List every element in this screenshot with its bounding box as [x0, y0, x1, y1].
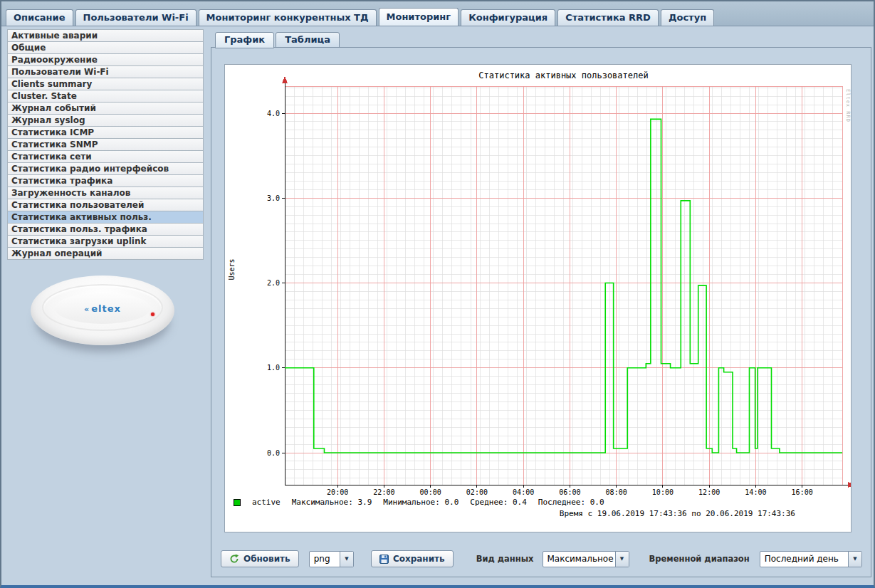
tab-rrd-statistics[interactable]: Статистика RRD [557, 9, 659, 26]
legend-stat-last: Последнее: 0.0 [538, 498, 604, 507]
format-select-value: png [310, 552, 340, 567]
tab-competing-ap-monitoring[interactable]: Мониторинг конкурентных ТД [199, 9, 377, 26]
refresh-button[interactable]: Обновить [221, 550, 299, 567]
sidebar-item-wifi-users[interactable]: Пользователи Wi-Fi [7, 65, 204, 78]
svg-text:10:00: 10:00 [652, 488, 674, 496]
time-range-label: Временной диапазон [649, 554, 750, 564]
sidebar-item-active-users-stats[interactable]: Статистика активных польз. [7, 211, 204, 224]
sidebar-item-cluster-state[interactable]: Cluster. State [7, 90, 204, 103]
legend-series-name: active [252, 498, 281, 507]
save-button-label: Сохранить [393, 554, 445, 564]
sidebar-item-user-stats[interactable]: Статистика пользователей [7, 199, 204, 211]
rrd-chart: 20:0022:0000:0002:0004:0006:0008:0010:00… [225, 65, 851, 496]
chart-toolbar: Обновить png ▼ Сохранить Вид данных Макс… [221, 549, 862, 569]
data-view-select[interactable]: Максимальное ▼ [543, 551, 629, 567]
sidebar-item-channel-load[interactable]: Загруженность каналов [7, 187, 204, 199]
sidebar-item-user-traffic-stats[interactable]: Статистика польз. трафика [7, 223, 204, 236]
sidebar-item-network-stats[interactable]: Статистика сети [7, 150, 204, 163]
sidebar-item-active-alarms[interactable]: Активные аварии [7, 29, 204, 42]
tab-monitoring[interactable]: Мониторинг [379, 8, 459, 26]
device-led [151, 313, 154, 316]
svg-text:00:00: 00:00 [420, 488, 441, 496]
sidebar-item-snmp-stats[interactable]: Статистика SNMP [7, 138, 204, 151]
chart-time-range: Время с 19.06.2019 17:43:36 по 20.06.201… [225, 509, 851, 518]
save-icon [379, 555, 389, 564]
svg-text:14:00: 14:00 [745, 488, 766, 496]
sidebar-item-radio-interface-stats[interactable]: Статистика радио интерфейсов [7, 162, 204, 175]
svg-text:16:00: 16:00 [792, 488, 813, 496]
legend-stat-min: Минимальное: 0.0 [383, 498, 459, 507]
main-tabbar: Описание Пользователи Wi-Fi Мониторинг к… [6, 8, 714, 26]
chevron-down-icon[interactable]: ▼ [615, 552, 629, 567]
svg-text:0.0: 0.0 [267, 449, 280, 457]
sidebar-item-clients-summary[interactable]: Clients summary [7, 78, 204, 90]
content-area: Активные аварии Общие Радиоокружение Пол… [1, 26, 874, 585]
time-range-select-value: Последний день [760, 552, 848, 567]
sidebar-item-icmp-stats[interactable]: Статистика ICMP [7, 126, 204, 139]
device-image: «eltex [7, 266, 204, 372]
app-window: Описание Пользователи Wi-Fi Мониторинг к… [0, 0, 875, 588]
device-disc: «eltex [31, 275, 174, 345]
svg-text:Users: Users [228, 258, 236, 280]
sidebar-item-traffic-stats[interactable]: Статистика трафика [7, 174, 204, 187]
data-view-select-value: Максимальное [543, 552, 615, 567]
svg-text:02:00: 02:00 [466, 488, 488, 496]
format-select[interactable]: png ▼ [309, 551, 354, 567]
sidebar-item-syslog[interactable]: Журнал syslog [7, 114, 204, 127]
tab-table[interactable]: Таблица [276, 32, 340, 48]
tab-description[interactable]: Описание [6, 9, 73, 26]
svg-text:06:00: 06:00 [559, 488, 580, 496]
sidebar-item-event-log[interactable]: Журнал событий [7, 102, 204, 115]
chevron-down-icon[interactable]: ▼ [848, 552, 861, 567]
svg-text:Eltex RRD: Eltex RRD [845, 89, 851, 122]
refresh-button-label: Обновить [243, 554, 290, 564]
svg-text:2.0: 2.0 [267, 279, 280, 287]
monitoring-panel: 20:0022:0000:0002:0004:0006:0008:0010:00… [211, 47, 871, 577]
refresh-icon [229, 554, 239, 564]
svg-text:Статистика активных пользовате: Статистика активных пользователей [478, 70, 648, 80]
save-button[interactable]: Сохранить [371, 550, 454, 567]
tab-wifi-users[interactable]: Пользователи Wi-Fi [75, 9, 197, 26]
top-tab-strip: Описание Пользователи Wi-Fi Мониторинг к… [1, 1, 874, 26]
tab-access[interactable]: Доступ [661, 9, 714, 26]
svg-text:12:00: 12:00 [698, 488, 720, 496]
svg-text:3.0: 3.0 [267, 194, 280, 202]
legend-stat-avg: Среднее: 0.4 [470, 498, 526, 507]
device-cap: «eltex [55, 293, 150, 324]
svg-text:1.0: 1.0 [267, 364, 280, 372]
sidebar-item-operations-log[interactable]: Журнал операций [7, 247, 204, 260]
chevron-down-icon[interactable]: ▼ [340, 552, 353, 567]
chart-legend: active Максимальное: 3.9 Минимальное: 0.… [234, 498, 851, 507]
svg-text:04:00: 04:00 [513, 488, 534, 496]
chart-panel: 20:0022:0000:0002:0004:0006:0008:0010:00… [224, 64, 852, 532]
legend-stat-max: Максимальное: 3.9 [292, 498, 372, 507]
svg-text:22:00: 22:00 [373, 488, 394, 496]
tab-graph[interactable]: График [215, 32, 274, 48]
view-tabbar: График Таблица [215, 32, 340, 48]
svg-text:4.0: 4.0 [267, 110, 280, 117]
sidebar-item-general[interactable]: Общие [7, 41, 204, 54]
svg-text:20:00: 20:00 [327, 488, 348, 496]
svg-text:08:00: 08:00 [606, 488, 627, 496]
sidebar-item-radio-environment[interactable]: Радиоокружение [7, 53, 204, 66]
legend-swatch-active [234, 499, 241, 506]
eltex-logo: «eltex [84, 303, 121, 314]
time-range-select[interactable]: Последний день ▼ [760, 551, 862, 567]
sidebar: Активные аварии Общие Радиоокружение Пол… [7, 29, 204, 372]
data-view-label: Вид данных [476, 554, 534, 564]
sidebar-item-uplink-load-stats[interactable]: Статистика загрузки uplink [7, 235, 204, 248]
tab-configuration[interactable]: Конфигурация [461, 9, 555, 26]
